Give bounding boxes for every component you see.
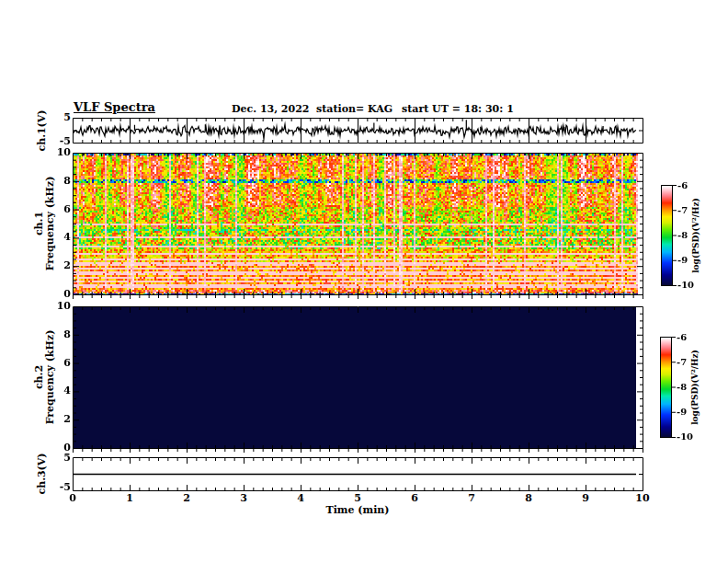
ch2-freq-tick-label: 2 — [43, 414, 71, 425]
time-axis-label: Time (min) — [321, 505, 394, 516]
ch1-freq-tick-label: 6 — [43, 204, 71, 215]
colorbar1-tick-label: -6 — [677, 180, 688, 190]
vlf-spectra-figure: VLF Spectra Dec. 13, 2022 station= KAG s… — [0, 0, 728, 563]
ch2-freq-tick-label: 0 — [43, 442, 71, 454]
time-tick-label: 2 — [173, 493, 200, 504]
time-tick-label: 8 — [515, 493, 542, 504]
figure-title: VLF Spectra — [74, 100, 155, 114]
ch1-frequency-axis-label: ch.1Frequency (kHz) — [34, 177, 56, 271]
time-tick-label: 9 — [572, 493, 599, 504]
time-tick-label: 5 — [344, 493, 371, 504]
colorbar2-tick-label: -10 — [677, 431, 693, 442]
colorbar1-label: log(PSD)(V²/Hz) — [690, 198, 701, 273]
colorbar2-tick-label: -8 — [677, 382, 687, 392]
station-label: station= KAG — [316, 103, 392, 115]
colorbar2-tick-label: -7 — [677, 357, 687, 367]
ch1-freq-tick-label: 4 — [43, 232, 71, 243]
ch2-freq-tick-label: 4 — [43, 385, 71, 396]
colorbar2-tick-label: -6 — [677, 332, 687, 342]
ch1-freq-tick-label: 0 — [43, 289, 71, 300]
ch1-ytick-label: 5 — [43, 112, 71, 123]
colorbar2-label: log(PSD)(V²/Hz) — [689, 350, 700, 425]
colorbar-ch2 — [660, 337, 678, 438]
ch2-freq-tick-label: 8 — [43, 329, 71, 340]
time-tick-label: 6 — [401, 493, 428, 504]
ch3-ytick-label: 5 — [43, 453, 71, 464]
ch1-freq-tick-label: 8 — [43, 176, 71, 187]
ch1-freq-tick-label: 2 — [43, 260, 71, 271]
date-label: Dec. 13, 2022 — [232, 103, 309, 115]
time-tick-label: 0 — [59, 493, 86, 504]
ch1-waveform-panel — [73, 118, 643, 144]
time-tick-label: 3 — [230, 493, 257, 504]
time-tick-label: 10 — [629, 493, 656, 504]
ch1-freq-tick-label: 10 — [43, 147, 71, 158]
time-tick-label: 4 — [287, 493, 314, 504]
ch1-spectrogram-panel — [73, 153, 643, 300]
ch3-waveform-panel — [73, 457, 643, 491]
colorbar1-tick-label: -7 — [677, 205, 688, 215]
colorbar-ch1 — [661, 185, 679, 286]
colorbar1-tick-label: -8 — [677, 230, 688, 240]
ch2-freq-tick-label: 6 — [43, 358, 71, 369]
start-time-label: start UT = 18: 30: 1 — [402, 103, 514, 115]
colorbar1-tick-label: -10 — [677, 280, 694, 290]
ch2-freq-tick-label: 10 — [43, 301, 71, 312]
colorbar1-tick-label: -9 — [677, 255, 688, 265]
ch3-ytick-label: -5 — [43, 482, 71, 493]
ch2-spectrogram-panel — [73, 306, 643, 454]
colorbar2-tick-label: -9 — [677, 407, 687, 417]
ch2-frequency-axis-label: ch.2Frequency (kHz) — [34, 330, 56, 425]
time-tick-label: 1 — [116, 493, 143, 504]
time-tick-label: 7 — [458, 493, 485, 504]
